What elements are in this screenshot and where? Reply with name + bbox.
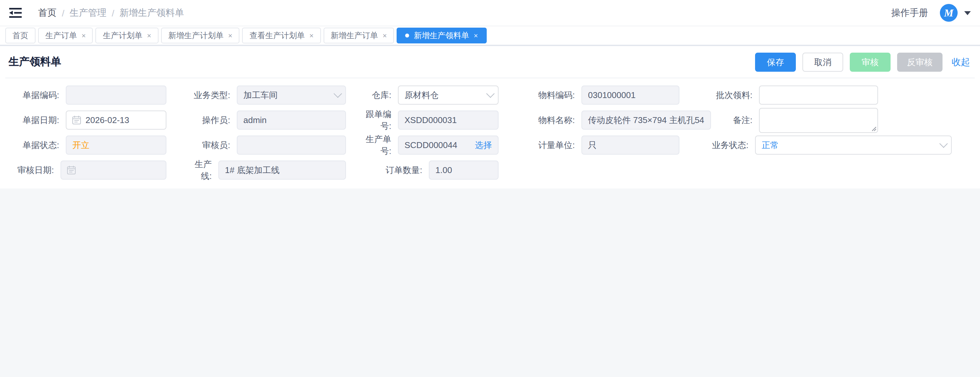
close-icon[interactable]: × <box>383 32 387 39</box>
collapse-link[interactable]: 收起 <box>952 56 970 68</box>
tab-new-material-requisition-active[interactable]: 新增生产领料单× <box>397 28 486 43</box>
field-unit: 计量单位: 只 <box>517 135 698 154</box>
divider <box>5 78 975 78</box>
bill-date-input[interactable]: 2026-02-13 <box>66 111 166 130</box>
tab-new-production-order[interactable]: 新增生产订单× <box>324 28 394 43</box>
close-icon[interactable]: × <box>309 32 314 39</box>
prod-line-input: 1# 底架加工线 <box>218 161 346 180</box>
audit-button: 审核 <box>850 52 891 72</box>
status-badge: 开立 <box>72 139 160 151</box>
bill-status-input: 开立 <box>66 135 166 154</box>
field-bill-date: 单据日期: 2026-02-13 <box>8 111 185 130</box>
app-window: 首页 / 生产管理 / 新增生产领料单 操作手册 M 首页 生产订单× 生产计划… <box>0 0 980 189</box>
field-auditor: 审核员: <box>185 135 364 154</box>
material-code-input: 0301000001 <box>581 86 679 105</box>
field-batch-pick: 批次领料: <box>698 86 970 105</box>
field-audit-date: 审核日期: <box>8 161 185 180</box>
field-operator: 操作员: admin <box>185 111 364 130</box>
remark-textarea[interactable] <box>759 108 878 132</box>
user-menu-caret-icon[interactable] <box>964 11 971 15</box>
field-biz-status: 业务状态: 正常 <box>698 135 970 154</box>
auditor-label: 审核员: <box>185 139 237 151</box>
save-button[interactable]: 保存 <box>755 52 796 72</box>
field-biz-type: 业务类型: 加工车间 <box>185 86 364 105</box>
prod-line-label: 生产线: <box>185 158 218 182</box>
warehouse-label: 仓库: <box>364 89 398 101</box>
chevron-down-icon <box>940 140 948 148</box>
close-icon[interactable]: × <box>228 32 232 39</box>
page-title: 生产领料单 <box>8 55 61 69</box>
bill-code-input <box>66 86 166 105</box>
field-track-no: 跟单编号: XSDD000031 <box>364 111 517 130</box>
resize-handle-icon <box>871 125 877 131</box>
track-no-label: 跟单编号: <box>364 108 398 132</box>
field-bill-status: 单据状态: 开立 <box>8 135 185 154</box>
tab-home[interactable]: 首页 <box>5 28 35 43</box>
biz-type-label: 业务类型: <box>185 89 237 101</box>
field-warehouse: 仓库: 原材料仓 <box>364 86 517 105</box>
operator-label: 操作员: <box>185 114 237 126</box>
field-prod-no: 生产单号: SCDD000044选择 <box>364 135 517 154</box>
order-qty-input: 1.00 <box>429 161 498 180</box>
material-code-label: 物料编码: <box>517 89 581 101</box>
auditor-input <box>237 135 346 154</box>
calendar-icon <box>67 166 76 174</box>
bill-status-label: 单据状态: <box>8 139 66 151</box>
chevron-down-icon <box>486 89 495 98</box>
menu-collapse-icon[interactable] <box>9 8 22 18</box>
breadcrumb-home[interactable]: 首页 <box>38 7 57 19</box>
bill-date-label: 单据日期: <box>8 114 66 126</box>
prod-no-label: 生产单号: <box>364 133 398 157</box>
biz-type-select: 加工车间 <box>237 86 346 105</box>
breadcrumb-separator: / <box>112 8 115 18</box>
biz-status-label: 业务状态: <box>698 139 755 151</box>
unit-input: 只 <box>581 135 679 154</box>
operator-input: admin <box>237 111 346 130</box>
cancel-button[interactable]: 取消 <box>802 52 843 72</box>
unaudit-button: 反审核 <box>897 52 942 72</box>
breadcrumb-production-mgmt[interactable]: 生产管理 <box>70 7 107 19</box>
field-prod-line: 生产线: 1# 底架加工线 <box>185 161 364 180</box>
field-material-name: 物料名称: 传动皮轮件 735×794 主机孔54 <box>517 111 698 130</box>
tab-production-plan[interactable]: 生产计划单× <box>96 28 159 43</box>
material-name-input: 传动皮轮件 735×794 主机孔54 <box>581 111 711 130</box>
biz-status-select[interactable]: 正常 <box>755 135 952 154</box>
breadcrumb-separator: / <box>62 8 64 18</box>
close-icon[interactable]: × <box>474 32 478 39</box>
track-no-input: XSDD000031 <box>398 111 498 130</box>
tab-production-order[interactable]: 生产订单× <box>38 28 93 43</box>
material-name-label: 物料名称: <box>517 114 581 126</box>
order-qty-label: 订单数量: <box>364 164 429 176</box>
top-header: 首页 / 生产管理 / 新增生产领料单 操作手册 M <box>0 0 980 26</box>
close-icon[interactable]: × <box>147 32 151 39</box>
chevron-down-icon <box>334 89 342 98</box>
tab-new-production-plan[interactable]: 新增生产计划单× <box>161 28 240 43</box>
field-remark: 备注: <box>698 111 970 130</box>
operation-manual-link[interactable]: 操作手册 <box>891 7 928 19</box>
requisition-form: 单据编码: 业务类型: 加工车间 仓库: 原材料仓 物料编码: 03010000… <box>8 86 970 180</box>
tab-view-production-plan[interactable]: 查看生产计划单× <box>242 28 321 43</box>
batch-pick-label: 批次领料: <box>698 89 759 101</box>
calendar-icon <box>72 116 81 124</box>
prod-no-input: SCDD000044选择 <box>398 135 498 154</box>
field-order-qty: 订单数量: 1.00 <box>364 161 517 180</box>
breadcrumb: 首页 / 生产管理 / 新增生产领料单 <box>38 7 184 19</box>
user-avatar[interactable]: M <box>940 4 958 22</box>
select-prod-order-link[interactable]: 选择 <box>475 139 492 151</box>
active-dot-icon <box>405 33 409 38</box>
open-pages-tabbar: 首页 生产订单× 生产计划单× 新增生产计划单× 查看生产计划单× 新增生产订单… <box>0 26 980 46</box>
field-bill-code: 单据编码: <box>8 86 185 105</box>
breadcrumb-current-page: 新增生产领料单 <box>120 7 184 19</box>
audit-date-input <box>60 161 166 180</box>
warehouse-select[interactable]: 原材料仓 <box>398 86 498 105</box>
requisition-form-card: 生产领料单 保存 取消 审核 反审核 收起 单据编码: 业务类型: 加工车间 仓… <box>0 46 980 189</box>
batch-pick-input[interactable] <box>759 86 878 105</box>
unit-label: 计量单位: <box>517 139 581 151</box>
field-material-code: 物料编码: 0301000001 <box>517 86 698 105</box>
bill-code-label: 单据编码: <box>8 89 66 101</box>
close-icon[interactable]: × <box>81 32 86 39</box>
audit-date-label: 审核日期: <box>8 164 60 176</box>
